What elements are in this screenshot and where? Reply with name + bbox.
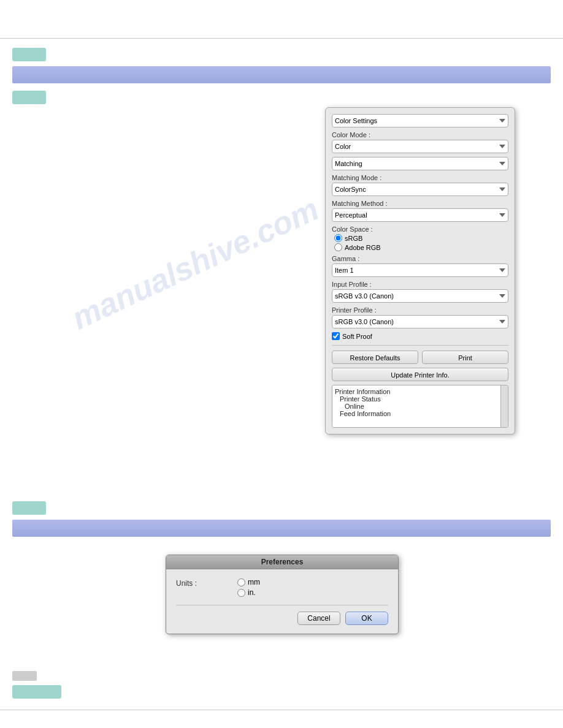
matching-mode-row: Matching Mode : ColorSync <box>332 174 508 196</box>
prefs-body: Units : mm in. Cancel OK <box>166 569 398 634</box>
info-line-4: Feed Information <box>335 410 497 417</box>
matching-mode-label: Matching Mode : <box>332 174 508 181</box>
adobe-rgb-label: Adobe RGB <box>345 244 381 251</box>
gamma-row: Gamma : Item 1 <box>332 255 508 277</box>
color-settings-title-row: Color Settings <box>332 114 508 127</box>
mm-label: mm <box>248 578 260 586</box>
soft-proof-checkbox[interactable] <box>332 332 340 340</box>
color-mode-row: Color Mode : Color <box>332 131 508 153</box>
gamma-select[interactable]: Item 1 <box>332 264 508 277</box>
matching-mode-select[interactable]: ColorSync <box>332 183 508 196</box>
prefs-button-row: Cancel OK <box>176 612 388 625</box>
soft-proof-label: Soft Proof <box>342 333 372 340</box>
gamma-label: Gamma : <box>332 255 508 262</box>
matching-row: Matching <box>332 157 508 170</box>
printer-profile-select[interactable]: sRGB v3.0 (Canon) <box>332 315 508 328</box>
top-rule <box>0 38 563 39</box>
teal-badge-3 <box>12 501 46 515</box>
cancel-button[interactable]: Cancel <box>297 612 340 625</box>
input-profile-label: Input Profile : <box>332 281 508 288</box>
mm-radio-row: mm <box>237 578 260 586</box>
info-line-2: Printer Status <box>335 395 497 403</box>
printer-profile-row: Printer Profile : sRGB v3.0 (Canon) <box>332 306 508 328</box>
matching-method-label: Matching Method : <box>332 200 508 207</box>
action-buttons-row: Restore Defaults Print <box>332 351 508 364</box>
input-profile-row: Input Profile : sRGB v3.0 (Canon) <box>332 281 508 303</box>
units-options: mm in. <box>237 578 260 599</box>
srgb-radio-row: sRGB <box>334 234 508 242</box>
bottom-gray-bar <box>12 671 37 681</box>
restore-defaults-button[interactable]: Restore Defaults <box>332 351 418 364</box>
color-space-label: Color Space : <box>332 226 508 233</box>
teal-badge-1 <box>12 48 46 61</box>
printer-profile-label: Printer Profile : <box>332 306 508 314</box>
blue-header-2 <box>12 520 551 537</box>
color-settings-dialog: Color Settings Color Mode : Color Matchi… <box>325 107 515 434</box>
in-radio-row: in. <box>237 588 260 597</box>
prefs-divider <box>176 605 388 605</box>
update-printer-info-button[interactable]: Update Printer Info. <box>332 368 508 381</box>
color-space-radio-group: sRGB Adobe RGB <box>334 234 508 251</box>
preferences-dialog: Preferences Units : mm in. Cancel OK <box>166 555 399 634</box>
print-button[interactable]: Print <box>422 351 508 364</box>
ok-button[interactable]: OK <box>345 612 388 625</box>
soft-proof-row: Soft Proof <box>332 332 508 340</box>
divider-1 <box>332 345 508 346</box>
color-mode-label: Color Mode : <box>332 131 508 138</box>
input-profile-select[interactable]: sRGB v3.0 (Canon) <box>332 289 508 303</box>
blue-header-1 <box>12 66 551 83</box>
adobe-rgb-radio[interactable] <box>334 243 342 251</box>
mm-radio[interactable] <box>237 578 245 586</box>
matching-method-select[interactable]: Perceptual <box>332 208 508 222</box>
matching-select[interactable]: Matching <box>332 157 508 170</box>
teal-badge-2 <box>12 91 46 104</box>
srgb-label: sRGB <box>345 235 362 242</box>
srgb-radio[interactable] <box>334 234 342 242</box>
info-line-3: Online <box>335 403 497 410</box>
units-label: Units : <box>176 578 237 588</box>
in-label: in. <box>248 588 256 597</box>
color-mode-select[interactable]: Color <box>332 140 508 153</box>
in-radio[interactable] <box>237 589 245 597</box>
color-space-row: Color Space : sRGB Adobe RGB <box>332 226 508 251</box>
adobe-rgb-radio-row: Adobe RGB <box>334 243 508 251</box>
info-scrollbar[interactable] <box>500 385 508 427</box>
color-settings-select[interactable]: Color Settings <box>332 114 508 127</box>
units-row: Units : mm in. <box>176 578 388 599</box>
watermark: manualshive.com <box>66 191 324 337</box>
bottom-teal-badge <box>12 685 61 699</box>
printer-info-box: Printer Information Printer Status Onlin… <box>332 385 508 428</box>
info-line-1: Printer Information <box>335 388 497 395</box>
prefs-titlebar: Preferences <box>166 555 398 569</box>
matching-method-row: Matching Method : Perceptual <box>332 200 508 222</box>
bottom-rule <box>0 710 563 710</box>
